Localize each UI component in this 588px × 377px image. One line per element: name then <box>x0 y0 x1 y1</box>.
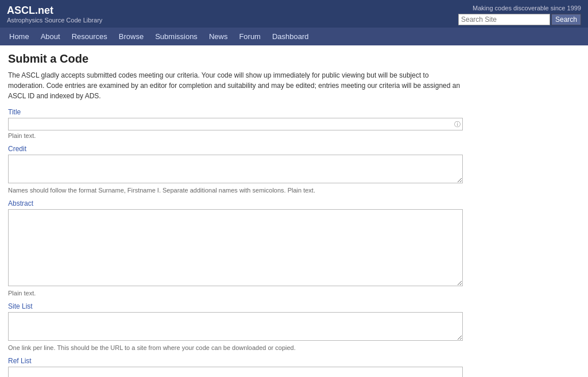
nav-browse[interactable]: Browse <box>113 28 149 45</box>
nav-news[interactable]: News <box>203 28 234 45</box>
site-branding: ASCL.net Astrophysics Source Code Librar… <box>7 5 102 24</box>
credit-input[interactable] <box>8 155 463 183</box>
site-subtitle: Astrophysics Source Code Library <box>7 17 102 24</box>
info-icon: ⓘ <box>454 120 461 129</box>
page-title: Submit a Code <box>8 52 463 66</box>
main-content: Submit a Code The ASCL gladly accepts su… <box>0 45 471 377</box>
header: ASCL.net Astrophysics Source Code Librar… <box>0 0 588 28</box>
abstract-hint: Plain text. <box>8 290 463 297</box>
intro-text: The ASCL gladly accepts submitted codes … <box>8 70 463 101</box>
tagline: Making codes discoverable since 1999 <box>458 5 581 11</box>
nav-submissions[interactable]: Submissions <box>149 28 203 45</box>
abstract-label: Abstract <box>8 199 463 207</box>
title-input[interactable] <box>8 118 463 130</box>
nav: Home About Resources Browse Submissions … <box>0 28 588 45</box>
credit-hint: Names should follow the format Surname, … <box>8 187 463 194</box>
abstract-input[interactable] <box>8 209 463 286</box>
nav-home[interactable]: Home <box>3 28 35 45</box>
search-button[interactable]: Search <box>551 14 581 25</box>
title-hint: Plain text. <box>8 132 463 139</box>
ref-list-label: Ref List <box>8 357 463 365</box>
title-section: Title ⓘ Plain text. <box>8 108 463 139</box>
site-list-label: Site List <box>8 302 463 310</box>
site-list-hint: One link per line. This should be the UR… <box>8 344 463 351</box>
nav-about[interactable]: About <box>35 28 66 45</box>
search-row: Search <box>458 14 581 25</box>
credit-section: Credit Names should follow the format Su… <box>8 145 463 194</box>
site-title: ASCL.net <box>7 5 102 17</box>
nav-dashboard[interactable]: Dashboard <box>266 28 315 45</box>
ref-list-section: Ref List (Not required if paper has been… <box>8 357 463 377</box>
nav-forum[interactable]: Forum <box>233 28 266 45</box>
search-input[interactable] <box>458 14 550 25</box>
header-right: Making codes discoverable since 1999 Sea… <box>458 5 581 25</box>
nav-resources[interactable]: Resources <box>66 28 113 45</box>
title-label: Title <box>8 108 463 116</box>
title-input-wrapper: ⓘ <box>8 118 463 130</box>
site-list-section: Site List One link per line. This should… <box>8 302 463 351</box>
ref-list-input[interactable] <box>8 367 463 377</box>
abstract-section: Abstract Plain text. <box>8 199 463 297</box>
site-list-input[interactable] <box>8 312 463 341</box>
credit-label: Credit <box>8 145 463 153</box>
